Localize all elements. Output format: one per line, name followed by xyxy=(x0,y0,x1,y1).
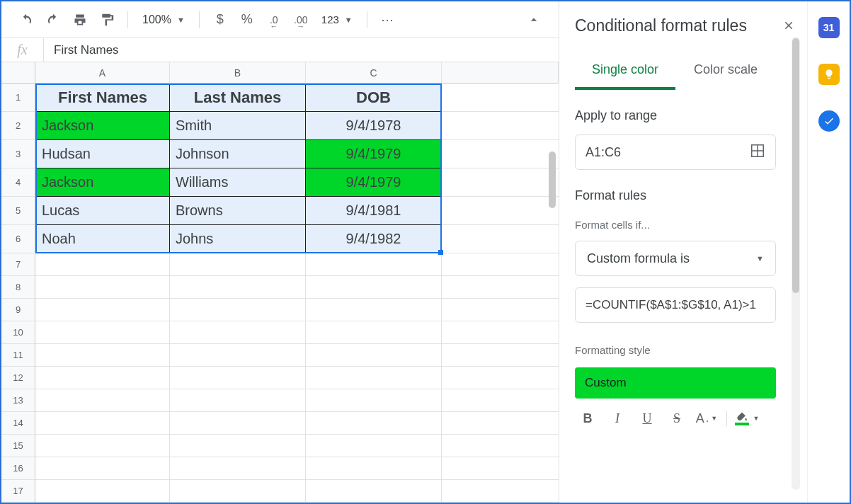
cell[interactable] xyxy=(170,412,306,435)
row-header[interactable]: 8 xyxy=(1,276,35,299)
range-input[interactable]: A1:C6 xyxy=(575,134,776,170)
cell[interactable] xyxy=(306,435,442,457)
zoom-dropdown[interactable]: 100% ▼ xyxy=(137,13,190,26)
cell[interactable] xyxy=(170,321,306,344)
percent-button[interactable]: % xyxy=(235,8,259,32)
row-header[interactable]: 10 xyxy=(1,321,35,344)
row-header[interactable]: 14 xyxy=(1,412,35,435)
col-header[interactable]: C xyxy=(306,62,442,84)
cell[interactable]: Smith xyxy=(170,112,306,140)
underline-button[interactable]: U xyxy=(634,406,660,431)
spreadsheet-grid[interactable]: 1 2 3 4 5 6 7 8 9 10 11 12 13 14 15 16 1… xyxy=(1,62,559,503)
fill-color-button[interactable]: ▼ xyxy=(734,406,760,431)
row-header[interactable]: 1 xyxy=(1,84,35,112)
cell[interactable]: 9/4/1979 xyxy=(306,168,442,197)
cell[interactable] xyxy=(170,389,306,412)
select-all-corner[interactable] xyxy=(1,62,35,84)
tab-color-scale[interactable]: Color scale xyxy=(675,57,776,90)
cell[interactable]: Williams xyxy=(170,168,306,197)
cell[interactable] xyxy=(35,321,170,344)
row-header[interactable]: 6 xyxy=(1,225,35,253)
cell[interactable]: Hudsan xyxy=(35,140,170,168)
cell[interactable] xyxy=(306,344,442,367)
paint-format-button[interactable] xyxy=(95,8,119,32)
number-format-dropdown[interactable]: 123 ▼ xyxy=(316,13,358,25)
row-header[interactable]: 4 xyxy=(1,168,35,197)
cell[interactable] xyxy=(170,457,306,480)
cell[interactable] xyxy=(170,276,306,299)
cell[interactable]: Last Names xyxy=(170,84,306,112)
cell[interactable] xyxy=(306,276,442,299)
cell[interactable] xyxy=(306,389,442,412)
redo-button[interactable] xyxy=(41,8,65,32)
close-button[interactable] xyxy=(777,14,800,37)
strikethrough-button[interactable]: S xyxy=(664,406,690,431)
cell[interactable] xyxy=(170,435,306,457)
cell[interactable]: 9/4/1978 xyxy=(306,112,442,140)
cell[interactable] xyxy=(35,367,170,389)
row-header[interactable]: 16 xyxy=(1,457,35,480)
more-button[interactable]: ⋯ xyxy=(376,8,400,32)
cell[interactable]: Jackson xyxy=(35,168,170,197)
text-color-button[interactable]: A.▼ xyxy=(694,406,719,431)
cell[interactable]: Jackson xyxy=(35,112,170,140)
cell[interactable]: First Names xyxy=(35,84,170,112)
cell[interactable] xyxy=(306,253,442,276)
row-header[interactable]: 15 xyxy=(1,435,35,457)
row-header[interactable]: 17 xyxy=(1,480,35,503)
cell[interactable] xyxy=(35,389,170,412)
cell[interactable]: 9/4/1979 xyxy=(306,140,442,168)
cell[interactable] xyxy=(35,253,170,276)
cell[interactable] xyxy=(35,412,170,435)
decrease-decimal-button[interactable]: .0← xyxy=(262,8,286,32)
row-header[interactable]: 2 xyxy=(1,112,35,140)
cell[interactable]: 9/4/1981 xyxy=(306,197,442,225)
vertical-scrollbar[interactable] xyxy=(549,151,556,208)
cell[interactable] xyxy=(35,435,170,457)
cell[interactable]: Noah xyxy=(35,225,170,253)
row-header[interactable]: 9 xyxy=(1,299,35,321)
condition-dropdown[interactable]: Custom formula is ▼ xyxy=(575,241,776,276)
tasks-addon-icon[interactable] xyxy=(818,110,840,132)
formula-input[interactable]: First Names xyxy=(44,43,559,57)
cell[interactable] xyxy=(35,276,170,299)
cell[interactable] xyxy=(170,344,306,367)
italic-button[interactable]: I xyxy=(605,406,630,431)
row-header[interactable]: 13 xyxy=(1,389,35,412)
collapse-toolbar-button[interactable] xyxy=(522,8,546,32)
bold-button[interactable]: B xyxy=(575,406,600,431)
cell[interactable] xyxy=(306,480,442,503)
currency-button[interactable]: $ xyxy=(208,8,232,32)
undo-button[interactable] xyxy=(14,8,38,32)
style-preview[interactable]: Custom xyxy=(575,367,776,399)
cell[interactable] xyxy=(170,480,306,503)
row-header[interactable]: 3 xyxy=(1,140,35,168)
panel-scrollbar[interactable] xyxy=(792,37,800,490)
cell[interactable] xyxy=(35,457,170,480)
row-header[interactable]: 12 xyxy=(1,367,35,389)
row-header[interactable]: 5 xyxy=(1,197,35,225)
cell[interactable]: Browns xyxy=(170,197,306,225)
col-header[interactable]: B xyxy=(170,62,306,84)
cell[interactable]: Lucas xyxy=(35,197,170,225)
cell[interactable] xyxy=(35,299,170,321)
cell[interactable] xyxy=(170,299,306,321)
cell[interactable] xyxy=(170,253,306,276)
cell[interactable]: DOB xyxy=(306,84,442,112)
col-header[interactable] xyxy=(442,62,559,84)
print-button[interactable] xyxy=(68,8,92,32)
tab-single-color[interactable]: Single color xyxy=(575,57,675,90)
cell[interactable] xyxy=(306,299,442,321)
cell[interactable] xyxy=(306,367,442,389)
cell[interactable] xyxy=(306,412,442,435)
increase-decimal-button[interactable]: .00→ xyxy=(289,8,313,32)
cell[interactable] xyxy=(170,367,306,389)
col-header[interactable]: A xyxy=(35,62,170,84)
cell[interactable] xyxy=(35,344,170,367)
custom-formula-input[interactable]: =COUNTIF($A$1:$G$10, A1)>1 xyxy=(575,287,776,323)
cell[interactable] xyxy=(306,321,442,344)
row-header[interactable]: 11 xyxy=(1,344,35,367)
cell[interactable] xyxy=(35,480,170,503)
select-range-icon[interactable] xyxy=(750,143,765,162)
cell[interactable]: Johns xyxy=(170,225,306,253)
